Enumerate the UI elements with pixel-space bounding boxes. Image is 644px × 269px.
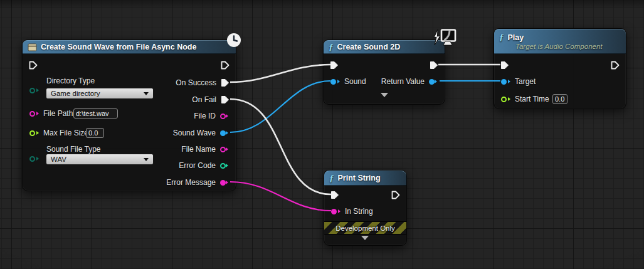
function-icon: ƒ bbox=[329, 43, 334, 52]
development-only-label: Development Only bbox=[335, 224, 395, 232]
node-title: Play bbox=[508, 33, 524, 42]
sound-file-type-dropdown[interactable]: WAV bbox=[46, 154, 154, 165]
async-box-icon bbox=[28, 43, 37, 51]
file-path-input[interactable] bbox=[73, 108, 118, 119]
pin-target[interactable]: Target bbox=[501, 76, 540, 87]
pin-exec-in[interactable] bbox=[500, 60, 509, 70]
blueprint-graph-canvas[interactable]: Create Sound Wave from File Async Node D… bbox=[0, 0, 644, 269]
string-pin-icon bbox=[29, 111, 35, 117]
pin-exec-out[interactable] bbox=[221, 60, 230, 70]
node-title: Create Sound Wave from File Async Node bbox=[41, 43, 196, 51]
node-create-sound-2d[interactable]: ƒ Create Sound 2D Sound Return Value bbox=[323, 40, 445, 105]
pin-return-value[interactable]: Return Value bbox=[377, 76, 438, 87]
start-time-input[interactable] bbox=[552, 94, 567, 104]
pin-exec-in[interactable] bbox=[29, 60, 38, 70]
pin-label-error-message: Error Message bbox=[166, 178, 216, 187]
pin-sound-wave[interactable]: Sound Wave bbox=[169, 128, 230, 138]
client-monitor-icon bbox=[431, 28, 457, 50]
node-create-sound-wave-async[interactable]: Create Sound Wave from File Async Node D… bbox=[22, 40, 236, 191]
string-pin-icon bbox=[220, 113, 226, 119]
pin-exec-out[interactable] bbox=[611, 60, 620, 70]
pin-wedge-icon bbox=[226, 181, 228, 184]
object-pin-icon bbox=[429, 79, 435, 85]
pin-wedge-icon bbox=[435, 80, 437, 83]
exec-pin-icon bbox=[330, 61, 339, 70]
pin-label-file-path: File Path bbox=[43, 109, 73, 118]
expand-advanced-chevron[interactable] bbox=[381, 93, 388, 97]
float-pin-icon bbox=[501, 97, 507, 102]
pin-file-id[interactable]: File ID bbox=[189, 111, 230, 121]
node-title: Print String bbox=[338, 174, 381, 182]
exec-pin-icon bbox=[221, 61, 230, 70]
pin-on-fail[interactable]: On Fail bbox=[187, 95, 230, 105]
pin-label-start-time: Start Time bbox=[515, 95, 549, 103]
pin-label-return-value: Return Value bbox=[381, 77, 425, 86]
node-header[interactable]: ƒ Create Sound 2D bbox=[324, 40, 445, 54]
pin-sound[interactable]: Sound bbox=[330, 76, 371, 87]
pin-wedge-icon bbox=[226, 164, 228, 167]
string-pin-icon bbox=[331, 209, 337, 214]
float-pin-icon bbox=[29, 130, 35, 136]
pin-label-in-string: In String bbox=[345, 207, 373, 216]
wire-error-message-to-in-string[interactable] bbox=[230, 182, 331, 211]
wire-sound-wave-to-sound[interactable] bbox=[230, 81, 330, 132]
max-file-size-input[interactable] bbox=[86, 128, 104, 138]
expand-advanced-chevron[interactable] bbox=[361, 236, 369, 240]
exec-pin-icon bbox=[221, 95, 230, 104]
enum-pin-icon bbox=[29, 156, 35, 162]
pin-wedge-icon bbox=[36, 157, 39, 161]
pin-file-name[interactable]: File Name bbox=[177, 144, 230, 154]
wire-on-fail-to-print-string[interactable] bbox=[230, 99, 331, 194]
pin-label-file-id: File ID bbox=[194, 112, 216, 120]
clock-icon bbox=[226, 33, 241, 48]
pin-exec-out[interactable] bbox=[391, 190, 400, 200]
pin-label-on-fail: On Fail bbox=[192, 95, 216, 104]
pin-max-file-size[interactable]: Max File Size bbox=[29, 128, 93, 138]
exec-pin-icon bbox=[611, 61, 620, 70]
node-header[interactable]: ƒ Play Target is Audio Component bbox=[494, 29, 626, 54]
pin-wedge-icon bbox=[508, 80, 510, 83]
enum-pin-icon bbox=[29, 88, 35, 93]
wire-on-success-to-create-sound-2d[interactable] bbox=[230, 65, 330, 82]
pin-directory-type[interactable] bbox=[29, 85, 39, 95]
exec-pin-icon bbox=[221, 78, 230, 87]
pin-wedge-icon bbox=[36, 131, 39, 135]
development-only-banner: Development Only bbox=[324, 221, 406, 235]
string-pin-icon bbox=[220, 180, 226, 186]
sound-file-type-value: WAV bbox=[51, 156, 66, 163]
directory-type-value: Game directory bbox=[51, 90, 100, 97]
pin-error-code[interactable]: Error Code bbox=[174, 161, 230, 171]
pin-label-sound: Sound bbox=[344, 77, 366, 86]
object-pin-icon bbox=[501, 79, 507, 85]
pin-file-path[interactable]: File Path bbox=[29, 108, 77, 119]
object-pin-icon bbox=[330, 79, 336, 85]
exec-pin-icon bbox=[29, 61, 38, 70]
chevron-down-icon bbox=[144, 92, 149, 95]
pin-exec-out[interactable] bbox=[430, 60, 438, 70]
pin-label-on-success: On Success bbox=[176, 78, 216, 87]
pin-error-message[interactable]: Error Message bbox=[162, 177, 230, 187]
node-header[interactable]: Create Sound Wave from File Async Node bbox=[23, 40, 236, 54]
pin-wedge-icon bbox=[338, 209, 340, 213]
pin-on-success[interactable]: On Success bbox=[171, 78, 230, 88]
pin-label-target: Target bbox=[515, 77, 536, 86]
pin-exec-in[interactable] bbox=[330, 190, 339, 200]
pin-wedge-icon bbox=[337, 80, 340, 83]
node-header[interactable]: ƒ Print String bbox=[324, 171, 406, 186]
chevron-down-icon bbox=[144, 158, 149, 161]
string-pin-icon bbox=[220, 147, 226, 152]
node-title: Create Sound 2D bbox=[337, 43, 401, 51]
pin-start-time[interactable]: Start Time bbox=[501, 94, 554, 104]
node-print-string[interactable]: ƒ Print String In String Development Onl… bbox=[324, 170, 407, 246]
pin-sound-file-type[interactable] bbox=[29, 154, 39, 164]
directory-type-dropdown[interactable]: Game directory bbox=[46, 88, 154, 99]
pin-wedge-icon bbox=[508, 97, 510, 101]
pin-wedge-icon bbox=[226, 131, 228, 135]
pin-wedge-icon bbox=[36, 112, 39, 115]
function-icon: ƒ bbox=[329, 174, 334, 183]
pin-in-string[interactable]: In String bbox=[331, 206, 377, 216]
node-play[interactable]: ƒ Play Target is Audio Component Target … bbox=[494, 28, 626, 109]
pin-label-sound-file-type: Sound File Type bbox=[46, 145, 101, 154]
pin-exec-in[interactable] bbox=[330, 60, 339, 70]
exec-pin-icon bbox=[500, 61, 509, 70]
